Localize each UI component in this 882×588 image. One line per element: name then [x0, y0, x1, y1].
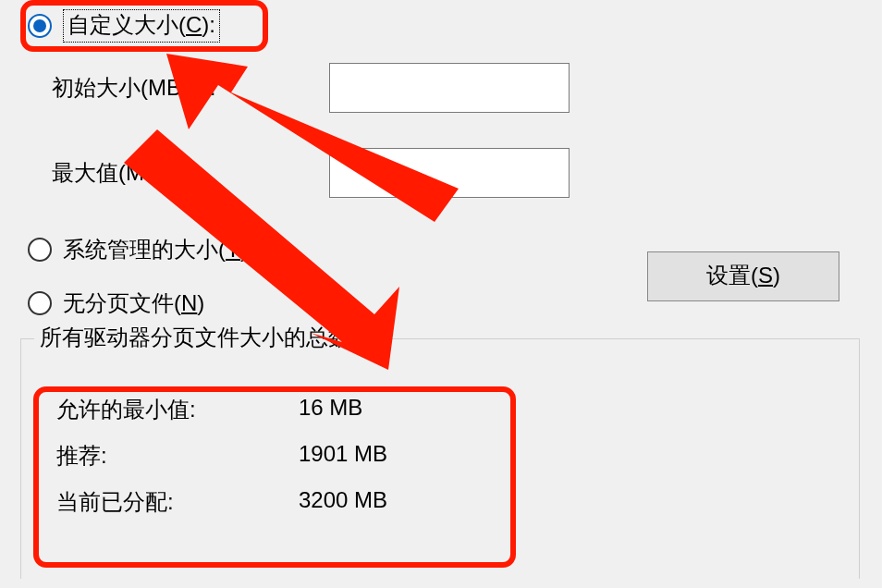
label-current: 当前已分配:: [56, 487, 299, 517]
radio-no-paging-label: 无分页文件(N): [63, 288, 204, 318]
input-max-size[interactable]: [329, 148, 570, 198]
totals-group: 所有驱动器分页文件大小的总数 允许的最小值: 16 MB 推荐: 1901 MB…: [20, 338, 860, 579]
value-recommended: 1901 MB: [299, 441, 387, 471]
totals-group-title: 所有驱动器分页文件大小的总数: [34, 323, 356, 352]
radio-custom-size-label: 自定义大小(C):: [63, 9, 220, 43]
radio-custom-size[interactable]: 自定义大小(C):: [28, 9, 869, 43]
label-recommended: 推荐:: [56, 441, 299, 471]
row-current: 当前已分配: 3200 MB: [56, 487, 859, 517]
label-max-size: 最大值(MB)(X):: [52, 158, 329, 188]
value-min: 16 MB: [299, 395, 362, 424]
set-button[interactable]: 设置(S): [647, 251, 839, 301]
row-recommended: 推荐: 1901 MB: [56, 441, 859, 471]
radio-icon: [28, 14, 52, 38]
row-max-size: 最大值(MB)(X):: [52, 148, 869, 198]
label-min: 允许的最小值:: [56, 395, 299, 424]
radio-icon: [28, 238, 52, 262]
row-min: 允许的最小值: 16 MB: [56, 395, 859, 424]
radio-icon: [28, 291, 52, 315]
input-initial-size[interactable]: [329, 63, 570, 113]
row-initial-size: 初始大小(MB)(I):: [52, 63, 869, 113]
radio-system-managed-label: 系统管理的大小(Y): [63, 235, 248, 264]
value-current: 3200 MB: [299, 487, 387, 517]
label-initial-size: 初始大小(MB)(I):: [52, 73, 329, 103]
